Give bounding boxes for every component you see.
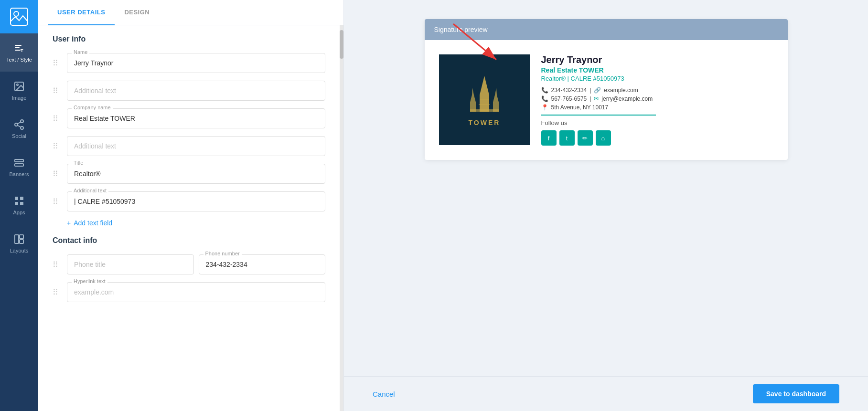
sig-contact-phone1: 📞 234-432-2334 | 🔗 example.com	[541, 87, 773, 94]
signature-info: Jerry Traynor Real Estate TOWER Realtor®…	[541, 54, 773, 146]
social-twitter-btn[interactable]: t	[559, 130, 575, 146]
sig-follow-label: Follow us	[541, 119, 773, 126]
drag-handle-company[interactable]: ⠿	[53, 114, 62, 123]
drag-handle-additional3[interactable]: ⠿	[53, 197, 62, 206]
field-row-company: ⠿ Company name	[53, 108, 325, 128]
sig-divider	[541, 115, 656, 116]
svg-text:TOWER: TOWER	[468, 119, 500, 126]
add-icon: +	[67, 219, 71, 227]
hyperlink-input[interactable]	[67, 282, 325, 302]
additional-text-3-label: Additional text	[72, 188, 108, 193]
name-label: Name	[72, 49, 89, 55]
field-wrapper-title: Title	[67, 164, 325, 184]
field-wrapper-additional1	[67, 81, 325, 101]
svg-rect-15	[15, 202, 18, 205]
sig-role: Realtor® | CALRE #51050973	[541, 75, 773, 82]
sidebar-item-text-style[interactable]: T Text / Style	[0, 33, 38, 72]
drag-handle-phone[interactable]: ⠿	[53, 260, 62, 269]
svg-rect-14	[20, 197, 23, 200]
sidebar-item-image[interactable]: Image	[0, 72, 38, 110]
sig-email: jerry@example.com	[601, 95, 653, 102]
tab-user-details[interactable]: USER DETAILS	[48, 0, 115, 25]
bottom-actions: Cancel Save to dashboard	[344, 376, 868, 411]
social-home-btn[interactable]: ⌂	[596, 130, 611, 146]
field-row-additional1: ⠿	[53, 81, 325, 101]
svg-rect-13	[15, 197, 18, 200]
scroll-thumb[interactable]	[340, 30, 343, 59]
drag-handle-additional2[interactable]: ⠿	[53, 142, 62, 151]
company-label: Company name	[72, 105, 113, 110]
field-wrapper-additional3: Additional text	[67, 191, 325, 211]
field-wrapper-name: Name	[67, 53, 325, 73]
sig-company: Real Estate TOWER	[541, 66, 773, 74]
tab-design[interactable]: DESIGN	[115, 0, 159, 25]
preview-area: Signature preview	[344, 0, 868, 376]
email-icon: ✉	[594, 95, 599, 102]
svg-rect-0	[11, 8, 28, 25]
social-facebook-btn[interactable]: f	[541, 130, 557, 146]
field-row-title: ⠿ Title	[53, 164, 325, 184]
signature-logo: TOWER	[439, 54, 530, 145]
svg-marker-22	[480, 76, 489, 112]
additional-text-2-input[interactable]	[67, 136, 325, 156]
sidebar: T Text / Style Image Social Banners	[0, 0, 38, 411]
form-area: User info ⠿ Name ⠿	[38, 25, 340, 411]
drag-handle-hyperlink[interactable]: ⠿	[53, 288, 62, 297]
sig-contact-phone2: 📞 567-765-6575 | ✉ jerry@example.com	[541, 95, 773, 102]
svg-rect-12	[15, 164, 23, 166]
svg-point-1	[14, 11, 19, 16]
address-icon: 📍	[541, 104, 548, 111]
social-edit-btn[interactable]: ✏	[578, 130, 593, 146]
sig-separator2: |	[589, 95, 591, 102]
additional-text-1-input[interactable]	[67, 81, 325, 101]
name-input[interactable]	[67, 53, 325, 73]
sidebar-item-layouts[interactable]: Layouts	[0, 224, 38, 263]
svg-text:T: T	[21, 48, 23, 53]
field-wrapper-phone-number: Phone number	[199, 254, 326, 274]
additional-text-3-input[interactable]	[67, 191, 325, 211]
sig-separator1: |	[589, 87, 591, 94]
sidebar-item-banners[interactable]: Banners	[0, 148, 38, 186]
svg-marker-23	[470, 88, 476, 112]
sidebar-logo[interactable]	[0, 0, 38, 33]
company-input[interactable]	[67, 108, 325, 128]
phone1-icon: 📞	[541, 87, 548, 94]
svg-point-7	[17, 84, 18, 85]
tab-bar: USER DETAILS DESIGN	[38, 0, 343, 25]
signature-preview-body: TOWER Jerry Traynor Real Estate TOWER Re…	[425, 40, 788, 160]
field-wrapper-hyperlink: Hyperlink text	[67, 282, 325, 302]
sidebar-item-apps[interactable]: Apps	[0, 186, 38, 224]
title-label: Title	[72, 160, 85, 166]
title-input[interactable]	[67, 164, 325, 184]
field-row-phone: ⠿ Phone number	[53, 254, 325, 274]
sig-social-icons: f t ✏ ⌂	[541, 130, 773, 146]
drag-handle-additional1[interactable]: ⠿	[53, 86, 62, 95]
cancel-button[interactable]: Cancel	[373, 390, 395, 398]
phone-fields: Phone number	[67, 254, 325, 274]
save-button[interactable]: Save to dashboard	[753, 384, 839, 403]
phone-title-input[interactable]	[67, 254, 194, 274]
field-row-additional3: ⠿ Additional text	[53, 191, 325, 211]
drag-handle-name[interactable]: ⠿	[53, 59, 62, 68]
svg-point-10	[21, 126, 23, 129]
signature-preview-box: Signature preview	[425, 19, 788, 160]
add-text-field-label: Add text field	[74, 219, 112, 227]
svg-point-8	[21, 120, 23, 123]
field-row-additional2: ⠿	[53, 136, 325, 156]
right-panel: Signature preview	[344, 0, 868, 411]
add-text-field-button[interactable]: + Add text field	[67, 219, 325, 227]
user-info-title: User info	[53, 35, 325, 43]
drag-handle-title[interactable]: ⠿	[53, 169, 62, 179]
website-icon: 🔗	[594, 87, 601, 94]
sig-name: Jerry Traynor	[541, 54, 773, 65]
sig-phone2: 567-765-6575	[551, 95, 587, 102]
phone-number-input[interactable]	[199, 254, 326, 274]
phone-number-label: Phone number	[204, 251, 242, 256]
phone2-icon: 📞	[541, 95, 548, 102]
main-layout: USER DETAILS DESIGN User info ⠿ Name ⠿	[38, 0, 868, 411]
svg-rect-3	[15, 47, 20, 48]
sig-website: example.com	[604, 87, 638, 94]
sidebar-item-social[interactable]: Social	[0, 110, 38, 148]
field-wrapper-phone-title	[67, 254, 194, 274]
svg-marker-24	[493, 88, 499, 112]
